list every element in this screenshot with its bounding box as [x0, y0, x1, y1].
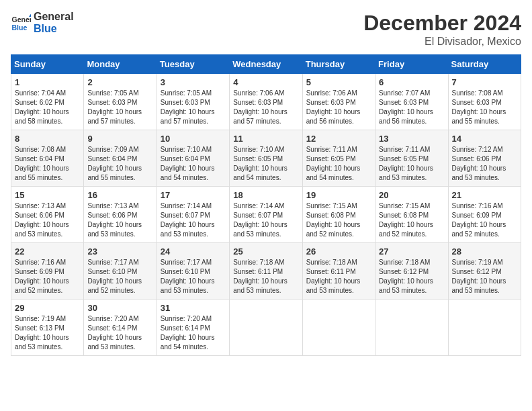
day-number: 1 [15, 77, 80, 87]
day-info: Sunrise: 7:19 AMSunset: 6:12 PMDaylight:… [452, 258, 517, 295]
day-info: Sunrise: 7:05 AMSunset: 6:03 PMDaylight:… [87, 89, 152, 126]
day-info: Sunrise: 7:18 AMSunset: 6:11 PMDaylight:… [233, 258, 298, 295]
day-info: Sunrise: 7:17 AMSunset: 6:10 PMDaylight:… [161, 258, 226, 295]
day-info: Sunrise: 7:20 AMSunset: 6:14 PMDaylight:… [161, 314, 226, 352]
day-info: Sunrise: 7:16 AMSunset: 6:09 PMDaylight:… [15, 258, 80, 295]
calendar-cell: 8 Sunrise: 7:08 AMSunset: 6:04 PMDayligh… [11, 130, 84, 187]
svg-text:Blue: Blue [12, 24, 28, 32]
day-info: Sunrise: 7:08 AMSunset: 6:03 PMDaylight:… [452, 89, 517, 126]
day-number: 27 [379, 246, 444, 257]
calendar-cell: 5 Sunrise: 7:06 AMSunset: 6:03 PMDayligh… [302, 74, 375, 130]
day-number: 25 [233, 246, 298, 257]
day-number: 3 [161, 77, 226, 87]
day-number: 20 [379, 190, 444, 200]
day-info: Sunrise: 7:10 AMSunset: 6:04 PMDaylight:… [161, 145, 226, 183]
day-info: Sunrise: 7:09 AMSunset: 6:04 PMDaylight:… [87, 145, 152, 183]
calendar-table: SundayMondayTuesdayWednesdayThursdayFrid… [11, 54, 521, 356]
day-info: Sunrise: 7:18 AMSunset: 6:11 PMDaylight:… [306, 258, 371, 295]
calendar-cell: 10 Sunrise: 7:10 AMSunset: 6:04 PMDaylig… [157, 130, 229, 187]
day-number: 4 [233, 77, 298, 87]
col-header-saturday: Saturday [448, 55, 521, 74]
day-info: Sunrise: 7:14 AMSunset: 6:07 PMDaylight:… [161, 201, 226, 239]
day-info: Sunrise: 7:07 AMSunset: 6:03 PMDaylight:… [379, 89, 444, 126]
day-number: 5 [306, 77, 371, 87]
day-info: Sunrise: 7:20 AMSunset: 6:14 PMDaylight:… [87, 314, 152, 352]
day-info: Sunrise: 7:08 AMSunset: 6:04 PMDaylight:… [15, 145, 80, 183]
day-info: Sunrise: 7:15 AMSunset: 6:08 PMDaylight:… [306, 201, 371, 239]
calendar-cell: 2 Sunrise: 7:05 AMSunset: 6:03 PMDayligh… [84, 74, 157, 130]
location-title: El Divisador, Mexico [363, 36, 521, 48]
calendar-cell: 31 Sunrise: 7:20 AMSunset: 6:14 PMDaylig… [157, 300, 229, 356]
calendar-cell: 28 Sunrise: 7:19 AMSunset: 6:12 PMDaylig… [448, 243, 521, 300]
col-header-friday: Friday [375, 55, 448, 74]
calendar-cell: 16 Sunrise: 7:13 AMSunset: 6:06 PMDaylig… [84, 187, 157, 243]
day-number: 8 [15, 134, 80, 144]
calendar-cell: 24 Sunrise: 7:17 AMSunset: 6:10 PMDaylig… [157, 243, 229, 300]
logo-general-text: General [34, 11, 74, 23]
col-header-tuesday: Tuesday [157, 55, 229, 74]
calendar-cell: 3 Sunrise: 7:05 AMSunset: 6:03 PMDayligh… [157, 74, 229, 130]
calendar-cell: 13 Sunrise: 7:11 AMSunset: 6:05 PMDaylig… [375, 130, 448, 187]
day-number: 9 [87, 134, 152, 144]
day-info: Sunrise: 7:18 AMSunset: 6:12 PMDaylight:… [379, 258, 444, 295]
calendar-week-row: 15 Sunrise: 7:13 AMSunset: 6:06 PMDaylig… [11, 187, 521, 243]
col-header-monday: Monday [84, 55, 157, 74]
calendar-cell: 22 Sunrise: 7:16 AMSunset: 6:09 PMDaylig… [11, 243, 84, 300]
calendar-cell [230, 300, 302, 356]
day-info: Sunrise: 7:19 AMSunset: 6:13 PMDaylight:… [15, 314, 80, 352]
col-header-wednesday: Wednesday [230, 55, 302, 74]
day-number: 16 [87, 190, 152, 200]
day-number: 10 [161, 134, 226, 144]
calendar-cell: 23 Sunrise: 7:17 AMSunset: 6:10 PMDaylig… [84, 243, 157, 300]
day-number: 31 [161, 303, 226, 313]
day-number: 7 [452, 77, 517, 87]
logo: General Blue General Blue [11, 11, 74, 35]
day-info: Sunrise: 7:06 AMSunset: 6:03 PMDaylight:… [306, 89, 371, 126]
calendar-cell: 4 Sunrise: 7:06 AMSunset: 6:03 PMDayligh… [230, 74, 302, 130]
day-number: 11 [233, 134, 298, 144]
day-number: 28 [452, 246, 517, 257]
page-header: General Blue General Blue December 2024 … [11, 11, 521, 48]
calendar-cell: 26 Sunrise: 7:18 AMSunset: 6:11 PMDaylig… [302, 243, 375, 300]
day-info: Sunrise: 7:11 AMSunset: 6:05 PMDaylight:… [306, 145, 371, 183]
day-info: Sunrise: 7:16 AMSunset: 6:09 PMDaylight:… [452, 201, 517, 239]
day-info: Sunrise: 7:15 AMSunset: 6:08 PMDaylight:… [379, 201, 444, 239]
svg-text:General: General [12, 15, 32, 24]
day-number: 19 [306, 190, 371, 200]
day-number: 17 [161, 190, 226, 200]
day-number: 23 [87, 246, 152, 257]
title-block: December 2024 El Divisador, Mexico [363, 11, 521, 48]
logo-blue-text: Blue [34, 23, 74, 35]
calendar-cell: 12 Sunrise: 7:11 AMSunset: 6:05 PMDaylig… [302, 130, 375, 187]
calendar-cell: 19 Sunrise: 7:15 AMSunset: 6:08 PMDaylig… [302, 187, 375, 243]
calendar-cell: 20 Sunrise: 7:15 AMSunset: 6:08 PMDaylig… [375, 187, 448, 243]
day-number: 15 [15, 190, 80, 200]
calendar-cell: 21 Sunrise: 7:16 AMSunset: 6:09 PMDaylig… [448, 187, 521, 243]
day-info: Sunrise: 7:11 AMSunset: 6:05 PMDaylight:… [379, 145, 444, 183]
col-header-sunday: Sunday [11, 55, 84, 74]
day-info: Sunrise: 7:14 AMSunset: 6:07 PMDaylight:… [233, 201, 298, 239]
calendar-header-row: SundayMondayTuesdayWednesdayThursdayFrid… [11, 55, 521, 74]
day-number: 6 [379, 77, 444, 87]
calendar-cell: 30 Sunrise: 7:20 AMSunset: 6:14 PMDaylig… [84, 300, 157, 356]
calendar-week-row: 1 Sunrise: 7:04 AMSunset: 6:02 PMDayligh… [11, 74, 521, 130]
day-number: 13 [379, 134, 444, 144]
calendar-cell [375, 300, 448, 356]
day-number: 24 [161, 246, 226, 257]
calendar-cell: 27 Sunrise: 7:18 AMSunset: 6:12 PMDaylig… [375, 243, 448, 300]
day-number: 22 [15, 246, 80, 257]
calendar-cell: 14 Sunrise: 7:12 AMSunset: 6:06 PMDaylig… [448, 130, 521, 187]
day-number: 18 [233, 190, 298, 200]
calendar-cell [448, 300, 521, 356]
day-info: Sunrise: 7:13 AMSunset: 6:06 PMDaylight:… [15, 201, 80, 239]
calendar-week-row: 22 Sunrise: 7:16 AMSunset: 6:09 PMDaylig… [11, 243, 521, 300]
month-title: December 2024 [363, 11, 521, 36]
day-number: 14 [452, 134, 517, 144]
day-number: 26 [306, 246, 371, 257]
calendar-cell: 29 Sunrise: 7:19 AMSunset: 6:13 PMDaylig… [11, 300, 84, 356]
day-info: Sunrise: 7:06 AMSunset: 6:03 PMDaylight:… [233, 89, 298, 126]
day-info: Sunrise: 7:17 AMSunset: 6:10 PMDaylight:… [87, 258, 152, 295]
day-info: Sunrise: 7:05 AMSunset: 6:03 PMDaylight:… [161, 89, 226, 126]
calendar-week-row: 29 Sunrise: 7:19 AMSunset: 6:13 PMDaylig… [11, 300, 521, 356]
calendar-cell [302, 300, 375, 356]
